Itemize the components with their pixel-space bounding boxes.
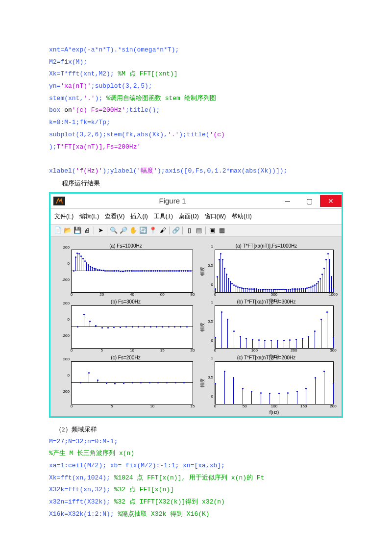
subplot-4: (c) Fs=200Hz051015-2000200 [55, 355, 196, 411]
save-icon[interactable]: 💾 [73, 226, 82, 235]
brush-icon[interactable]: 🖌 [158, 226, 167, 235]
new-icon[interactable]: 📄 [53, 226, 62, 235]
matlab-icon [53, 197, 65, 205]
subplot-0: (a) Fs=1000Hz020406080-2000200 [55, 244, 196, 300]
maximize-button[interactable]: ▢ [298, 195, 320, 207]
menubar[interactable]: 文件(F)编辑(E)查看(V)插入(I)工具(T)桌面(D)窗口(W)帮助(H) [50, 208, 342, 224]
print-icon[interactable]: 🖨 [83, 226, 92, 235]
subplot-3: (b) T*FT[xa(nT)],Fs=300Hz010020030000.51… [196, 300, 337, 355]
legend-icon[interactable]: ▤ [195, 226, 203, 235]
figure-window: Figure 1 ─ ▢ ✕ 文件(F)编辑(E)查看(V)插入(I)工具(T)… [49, 192, 343, 418]
plottools-icon[interactable]: ▦ [218, 226, 226, 235]
code-block-top: xnt=A*exp(-a*n*T).*sin(omega*n*T);M2=fix… [49, 44, 343, 177]
datatip-icon[interactable]: 📍 [148, 226, 157, 235]
result-label: 程序运行结果 [49, 177, 343, 190]
zoomin-icon[interactable]: 🔍 [109, 226, 118, 235]
zoomout-icon[interactable]: 🔎 [119, 226, 128, 235]
code-block-bottom: M=27;N=32;n=0:M-1;%产生 M 长三角波序列 x(n)xa=1:… [49, 436, 343, 521]
subplot-2: (b) Fs=300Hz05101520-2000200 [55, 300, 196, 355]
open-icon[interactable]: 📂 [63, 226, 72, 235]
rotate-icon[interactable]: 🔄 [139, 226, 147, 235]
close-button[interactable]: ✕ [320, 195, 342, 207]
section-2: （2）频域采样 [49, 424, 343, 436]
window-title: Figure 1 [68, 194, 277, 208]
pointer-icon[interactable]: ➤ [96, 226, 105, 235]
pan-icon[interactable]: ✋ [129, 226, 138, 235]
toolbar[interactable]: 📄 📂 💾 🖨 ➤ 🔍 🔎 ✋ 🔄 📍 🖌 🔗 ▯ ▤ ▣ ▦ [50, 224, 342, 237]
minimize-button[interactable]: ─ [277, 195, 298, 207]
titlebar: Figure 1 ─ ▢ ✕ [50, 194, 342, 208]
link-icon[interactable]: 🔗 [172, 226, 180, 235]
dock-icon[interactable]: ▣ [208, 226, 217, 235]
plot-area: (a) Fs=1000Hz020406080-2000200(a) T*FT[x… [50, 237, 342, 416]
subplot-5: (c) T*FT[xa(nT)],Fs=200Hz05010015020000.… [196, 355, 337, 411]
subplot-1: (a) T*FT[xa(nT)],Fs=1000Hz0500100000.51幅… [196, 244, 337, 300]
colorbar-icon[interactable]: ▯ [185, 226, 194, 235]
